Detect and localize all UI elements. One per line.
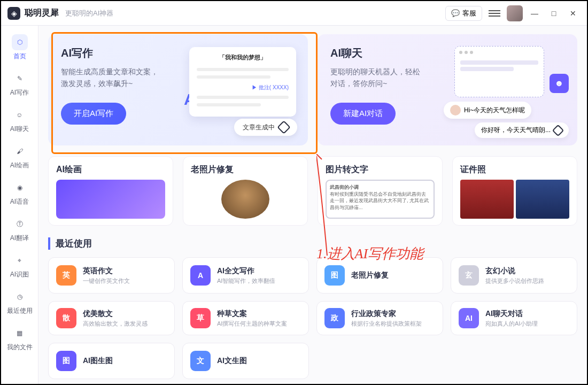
sidebar: ⬡ 首页 ✎ AI写作 ☺ AI聊天 🖌 AI绘画 ◉ AI语音 Ⓣ AI翻译 … — [1, 26, 38, 384]
card-desc: 更聪明的聊天机器人，轻松对话，答你所问~ — [330, 66, 448, 90]
recent-card[interactable]: A AI全文写作 AI智能写作，效率翻倍 — [182, 257, 309, 294]
sidebar-item-label: 首页 — [13, 52, 26, 61]
tile-thumbnail: 武昌街的小调 有时候到重庆随受书总会不自觉地刻武昌街去走一回，最近发现武昌街大大… — [326, 180, 435, 219]
sidebar-item-label: AI聊天 — [10, 125, 29, 134]
tile-id-photo[interactable]: 证件照 — [452, 156, 577, 226]
generating-pill: 文章生成中 — [234, 119, 297, 136]
sidebar-item-translate[interactable]: Ⓣ AI翻译 — [5, 213, 35, 246]
tile-thumbnail — [56, 180, 165, 219]
new-ai-chat-button[interactable]: 新建AI对话 — [330, 103, 396, 125]
tile-title: 图片转文字 — [326, 164, 435, 175]
chat-bubble-user: Hi~今天的天气怎样呢 — [444, 102, 531, 119]
logo-small-icon — [552, 124, 564, 136]
recent-card[interactable]: 英 英语作文 一键创作英文作文 — [48, 257, 175, 294]
tile-title: 老照片修复 — [191, 164, 300, 175]
recent-card-sub: 宛如真人的AI小助理 — [485, 320, 538, 328]
recent-card-title: 种草文案 — [217, 309, 287, 319]
scan-icon: ⌖ — [12, 252, 28, 268]
small-avatar-icon — [450, 105, 461, 116]
recent-card-sub: AI智能写作，效率翻倍 — [217, 277, 275, 285]
recent-card-icon: 图 — [324, 265, 345, 286]
recent-card[interactable]: AI AI聊天对话 宛如真人的AI小助理 — [451, 301, 577, 335]
recent-card-icon: 英 — [56, 265, 76, 286]
recent-card-title: 玄幻小说 — [485, 266, 544, 276]
recent-card[interactable]: 草 种草文案 AI撰写任何主题的种草文案 — [182, 301, 309, 335]
pen-icon: ✎ — [12, 71, 28, 87]
recent-card-icon: 图 — [56, 351, 76, 371]
recent-card-icon: 散 — [56, 308, 76, 328]
recent-card-title: 老照片修复 — [351, 271, 389, 280]
titlebar: ◈ 聪明灵犀 更聪明的AI神器 💬 客服 — □ ✕ — [1, 1, 587, 26]
recent-card-title: AI图生图 — [83, 356, 113, 366]
recent-card-icon: A — [190, 265, 211, 286]
recent-card-icon: 文 — [190, 351, 211, 371]
tile-photo-restore[interactable]: 老照片修复 — [183, 156, 308, 226]
app-logo-icon: ◈ — [7, 7, 20, 20]
sidebar-item-label: AI识图 — [10, 270, 29, 279]
sidebar-item-files[interactable]: ▦ 我的文件 — [5, 322, 35, 355]
chat-float-icon: ☻ — [550, 74, 569, 93]
sidebar-item-voice[interactable]: ◉ AI语音 — [5, 176, 35, 210]
feature-tiles: AI绘画 老照片修复 图片转文字 武昌街的小调 有时候到重庆随受书总会不自觉地刻… — [48, 156, 577, 226]
recent-card-icon: 草 — [190, 308, 211, 328]
sidebar-item-home[interactable]: ⬡ 首页 — [5, 31, 35, 64]
recent-card-sub: 一键创作英文作文 — [83, 277, 130, 285]
recent-section-title: 最近使用 — [48, 237, 577, 250]
recent-card[interactable]: 图 AI图生图 — [48, 343, 175, 379]
minimize-button[interactable]: — — [527, 6, 542, 21]
sidebar-item-chat[interactable]: ☺ AI聊天 — [5, 104, 35, 137]
sidebar-item-label: 我的文件 — [7, 343, 33, 352]
slogan: 更聪明的AI神器 — [65, 9, 113, 18]
recent-card[interactable]: 玄 玄幻小说 提供更多小说创作思路 — [451, 257, 577, 294]
recent-card-icon: AI — [459, 308, 479, 328]
tile-ocr[interactable]: 图片转文字 武昌街的小调 有时候到重庆随受书总会不自觉地刻武昌街去走一回，最近发… — [318, 156, 443, 226]
menu-button[interactable] — [489, 7, 500, 19]
card-desc: 智能生成高质量文章和文案，激发灵感，效率飙升~ — [61, 66, 179, 90]
recent-grid: 英 英语作文 一键创作英文作文 A AI全文写作 AI智能写作，效率翻倍 图 老… — [48, 257, 577, 379]
hero-ai-write[interactable]: AI写作 智能生成高质量文章和文案，激发灵感，效率飙升~ 开启AI写作 AI 「… — [48, 34, 308, 145]
sidebar-item-label: AI绘画 — [10, 161, 29, 170]
start-ai-write-button[interactable]: 开启AI写作 — [61, 103, 126, 125]
sidebar-item-recent[interactable]: ◷ 最近使用 — [5, 286, 35, 319]
recent-card-icon: 政 — [324, 308, 345, 328]
close-button[interactable]: ✕ — [566, 6, 581, 21]
app-name: 聪明灵犀 — [25, 7, 59, 19]
home-icon: ⬡ — [12, 34, 28, 50]
recent-card-sub: AI撰写任何主题的种草文案 — [217, 320, 287, 328]
tile-ai-paint[interactable]: AI绘画 — [48, 156, 173, 226]
recent-card[interactable]: 政 行业政策专家 根据行业名称提供政策框架 — [316, 301, 443, 335]
support-label: 客服 — [462, 9, 476, 18]
sidebar-item-label: AI语音 — [10, 197, 29, 206]
recent-card-title: 英语作文 — [83, 266, 130, 276]
chat-window-icon — [454, 46, 544, 97]
sidebar-item-write[interactable]: ✎ AI写作 — [5, 67, 35, 101]
support-button[interactable]: 💬 客服 — [445, 6, 482, 21]
recent-card-title: AI文生图 — [217, 356, 247, 366]
recent-card-title: 行业政策专家 — [351, 309, 422, 319]
mock-doc-title: 「我和我的梦想」 — [197, 53, 289, 61]
sidebar-item-ocr[interactable]: ⌖ AI识图 — [5, 249, 35, 282]
brush-icon: 🖌 — [12, 143, 28, 159]
recent-card[interactable]: 文 AI文生图 — [182, 343, 309, 379]
recent-card[interactable]: 图 老照片修复 — [316, 257, 443, 294]
recent-card-title: 优美散文 — [83, 309, 148, 319]
voice-icon: ◉ — [12, 180, 28, 196]
chat-bubble-icon: 💬 — [451, 9, 460, 17]
recent-card-sub: 提供更多小说创作思路 — [485, 277, 544, 285]
chat-icon: ☺ — [12, 107, 28, 123]
chat-bubble-ai: 你好呀，今天天气晴朗... — [475, 122, 569, 138]
recent-card-sub: 根据行业名称提供政策框架 — [351, 320, 422, 328]
user-avatar[interactable] — [507, 5, 523, 21]
recent-card-title: AI全文写作 — [217, 266, 275, 276]
hero-row: AI写作 智能生成高质量文章和文案，激发灵感，效率飙升~ 开启AI写作 AI 「… — [48, 34, 577, 145]
tile-thumbnail — [221, 180, 269, 219]
mock-note: ▶ 批注( XXXX) — [197, 84, 289, 91]
tile-title: AI绘画 — [56, 164, 165, 175]
main-area: AI写作 智能生成高质量文章和文案，激发灵感，效率飙升~ 开启AI写作 AI 「… — [38, 26, 587, 384]
maximize-button[interactable]: □ — [546, 6, 561, 21]
tile-title: 证件照 — [460, 164, 569, 175]
hero-ai-chat[interactable]: AI聊天 更聪明的聊天机器人，轻松对话，答你所问~ 新建AI对话 ☻ Hi~今天… — [318, 34, 577, 145]
recent-card-title: AI聊天对话 — [485, 309, 538, 319]
recent-card[interactable]: 散 优美散文 高效输出散文，激发灵感 — [48, 301, 175, 335]
sidebar-item-paint[interactable]: 🖌 AI绘画 — [5, 140, 35, 173]
